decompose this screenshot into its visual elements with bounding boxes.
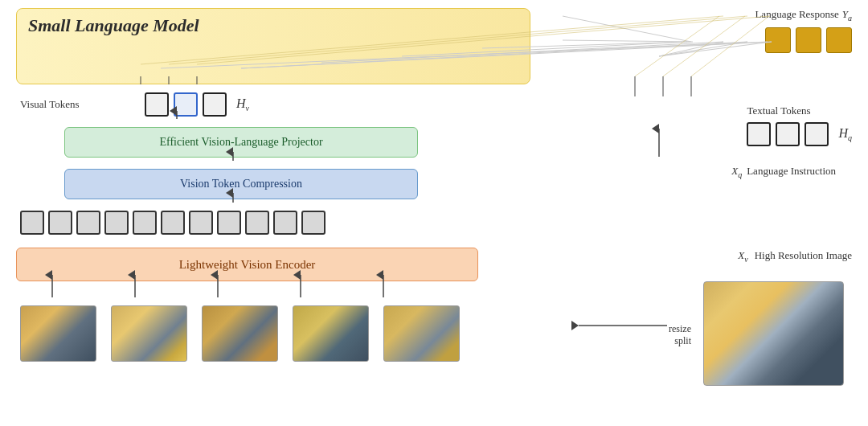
token-many-9 [245, 211, 269, 235]
lang-response-tokens [765, 27, 852, 53]
token-row-many [20, 211, 326, 235]
textual-tokens-row: Hq [747, 122, 852, 146]
left-side: Small Language Model Visual Tokens Hv Ef… [16, 8, 547, 418]
textual-token-1 [747, 122, 771, 146]
input-image-4 [293, 305, 369, 362]
slm-box: Small Language Model [16, 8, 530, 84]
diagram-container: Small Language Model Visual Tokens Hv Ef… [0, 0, 868, 426]
evlp-box: Efficient Vision-Language Projector [64, 127, 418, 158]
token-many-3 [76, 211, 100, 235]
textual-tokens-label: Textual Tokens [747, 104, 852, 117]
xq-area: Xq Language Instruction [731, 165, 836, 179]
lang-response-label: Language Response Ya [755, 8, 852, 23]
input-image-5 [383, 305, 460, 362]
xv-area: Xv High Resolution Image [738, 249, 852, 264]
image-row [20, 305, 460, 362]
token-many-11 [301, 211, 326, 235]
textual-area: Textual Tokens Hq [747, 104, 852, 146]
token-many-5 [133, 211, 157, 235]
input-image-1 [20, 305, 96, 362]
input-image-3 [202, 305, 278, 362]
lang-response-area: Language Response Ya [755, 8, 852, 53]
visual-token-1 [145, 92, 169, 117]
token-many-7 [189, 211, 213, 235]
textual-token-2 [776, 122, 800, 146]
right-side: Language Response Ya Textual Tokens [579, 8, 852, 418]
hq-label: Hq [838, 126, 852, 142]
textual-token-3 [805, 122, 829, 146]
high-res-image [703, 281, 844, 386]
response-token-3 [826, 27, 852, 53]
token-many-1 [20, 211, 44, 235]
response-token-2 [796, 27, 821, 53]
token-many-6 [161, 211, 185, 235]
evlp-label: Efficient Vision-Language Projector [159, 136, 322, 149]
visual-token-2 [174, 92, 198, 117]
hv-label: Hv [236, 96, 249, 113]
token-many-8 [217, 211, 241, 235]
token-many-10 [273, 211, 297, 235]
vtc-box: Vision Token Compression [64, 169, 418, 199]
token-many-4 [104, 211, 129, 235]
lve-label: Lightweight Vision Encoder [179, 258, 316, 272]
token-many-2 [48, 211, 72, 235]
resize-split-label: resize split [669, 323, 691, 347]
slm-label: Small Language Model [28, 15, 199, 36]
input-image-2 [111, 305, 187, 362]
visual-tokens-label: Visual Tokens [20, 98, 80, 111]
lve-box: Lightweight Vision Encoder [16, 248, 478, 281]
visual-token-3 [203, 92, 227, 117]
response-token-1 [765, 27, 791, 53]
vtc-label: Vision Token Compression [180, 178, 302, 190]
visual-tokens-row: Hv [145, 92, 249, 117]
